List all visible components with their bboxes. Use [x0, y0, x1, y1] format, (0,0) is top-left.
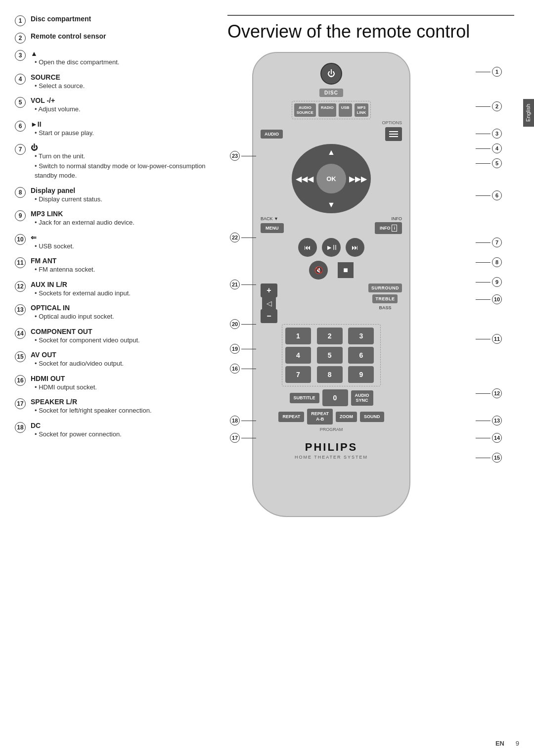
- item-row-12: 12AUX IN L/RSockets for external audio i…: [15, 281, 227, 298]
- vol-minus-button[interactable]: −: [261, 309, 277, 323]
- page-lang: EN: [495, 740, 504, 747]
- next-button[interactable]: ⏭: [346, 238, 364, 257]
- num-1[interactable]: 1: [285, 328, 311, 344]
- nav-right-button[interactable]: ▶▶▶: [349, 174, 367, 184]
- item-num-12: 12: [15, 281, 26, 292]
- callout-8: 8: [476, 257, 502, 267]
- item-num-18: 18: [15, 422, 26, 433]
- item-num-11: 11: [15, 257, 26, 268]
- stop-button[interactable]: ■: [338, 262, 354, 278]
- item-title-16: HDMI OUT: [31, 375, 97, 382]
- zoom-button[interactable]: ZOOM: [336, 412, 357, 422]
- nav-down-button[interactable]: ▼: [327, 200, 335, 209]
- prev-button[interactable]: ⏮: [298, 238, 317, 257]
- item-num-4: 4: [15, 74, 26, 85]
- item-row-8: 8Display panelDisplay current status.: [15, 187, 227, 204]
- num-4[interactable]: 4: [285, 347, 311, 364]
- item-title-4: SOURCE: [31, 73, 85, 81]
- item-num-16: 16: [15, 375, 26, 386]
- item-num-1: 1: [15, 15, 26, 26]
- item-num-8: 8: [15, 187, 26, 198]
- callout-20: 20: [230, 319, 256, 329]
- item-row-4: 4SOURCESelect a source.: [15, 73, 227, 91]
- item-num-17: 17: [15, 398, 26, 409]
- audio-button[interactable]: AUDIO: [261, 130, 283, 139]
- num-6[interactable]: 6: [348, 347, 374, 364]
- source-row: AUDIOSOURCE RADIO USB MP3LINK: [292, 101, 371, 119]
- num-3[interactable]: 3: [348, 328, 374, 344]
- items-list: 1Disc compartment2Remote control sensor3…: [15, 15, 227, 445]
- vol-control: + ◁ −: [261, 284, 277, 323]
- nav-up-button[interactable]: ▲: [327, 148, 335, 157]
- callout-10: 10: [476, 294, 502, 304]
- menu-icon-button[interactable]: [385, 127, 402, 141]
- info-button[interactable]: INFO i: [375, 222, 402, 234]
- item-row-2: 2Remote control sensor: [15, 32, 227, 44]
- item-row-14: 14COMPONENT OUTSocket for component vide…: [15, 328, 227, 345]
- philips-logo: PHILIPS: [295, 441, 368, 454]
- remote-diagram: ⏻ DISC AUDIOSOURCE RADIO USB MP3LINK OPT…: [227, 52, 504, 547]
- bass-label: BASS: [379, 305, 391, 310]
- callout-11: 11: [476, 334, 502, 344]
- vol-speaker-icon: ◁: [262, 297, 276, 309]
- callout-6: 6: [476, 190, 502, 200]
- nav-labels: BACK ▼ INFO: [261, 216, 402, 221]
- surr-treble: SURROUND TREBLE BASS: [368, 284, 402, 310]
- power-button[interactable]: ⏻: [320, 63, 342, 85]
- item-row-1: 1Disc compartment: [15, 15, 227, 26]
- callout-23: 23: [230, 151, 256, 161]
- usb-button[interactable]: USB: [339, 103, 352, 117]
- item-row-3: 3▲Open the disc compartment.: [15, 49, 227, 67]
- item-num-15: 15: [15, 351, 26, 362]
- callout-7: 7: [476, 237, 502, 247]
- mute-button[interactable]: 🔇: [309, 261, 328, 280]
- num-7[interactable]: 7: [285, 366, 311, 383]
- subtitle-button[interactable]: SUBTITLE: [290, 393, 319, 403]
- nav-left-button[interactable]: ◀◀◀: [296, 174, 313, 184]
- sidebar-language: English: [523, 99, 534, 127]
- callout-16: 16: [230, 364, 256, 374]
- radio-button[interactable]: RADIO: [318, 103, 336, 117]
- item-title-10: ⇐: [31, 234, 74, 241]
- item-title-18: DC: [31, 422, 122, 429]
- item-row-17: 17SPEAKER L/RSocket for left/right speak…: [15, 398, 227, 416]
- item-num-7: 7: [15, 144, 26, 155]
- play-pause-button[interactable]: ►II: [322, 238, 341, 257]
- callout-14: 14: [476, 433, 502, 443]
- options-label: OPTIONS: [382, 120, 402, 125]
- item-title-17: SPEAKER L/R: [31, 398, 152, 406]
- menu-button[interactable]: MENU: [261, 223, 284, 233]
- num-8[interactable]: 8: [317, 366, 343, 383]
- num-5[interactable]: 5: [317, 347, 343, 364]
- callout-5: 5: [476, 158, 502, 168]
- item-title-11: FM ANT: [31, 257, 95, 265]
- num-9[interactable]: 9: [348, 366, 374, 383]
- num-2[interactable]: 2: [317, 328, 343, 344]
- back-label: BACK ▼: [261, 216, 278, 221]
- item-title-12: AUX IN L/R: [31, 281, 131, 288]
- item-row-15: 15AV OUTSocket for audio/video output.: [15, 351, 227, 369]
- repeat-button[interactable]: REPEAT: [278, 412, 304, 422]
- audio-sync-button[interactable]: AUDIOSYNC: [351, 390, 373, 406]
- num-0[interactable]: 0: [322, 389, 348, 406]
- item-row-13: 13OPTICAL INOptical audio input socket.: [15, 304, 227, 322]
- callout-4: 4: [476, 143, 502, 153]
- item-title-5: VOL -/+: [31, 96, 81, 104]
- item-title-13: OPTICAL IN: [31, 304, 114, 312]
- numpad: 1 2 3 4 5 6 7 8 9: [282, 324, 381, 386]
- repeat-ab-button[interactable]: REPEATA-B: [307, 409, 333, 425]
- vol-plus-button[interactable]: +: [261, 284, 277, 297]
- mp3link-button[interactable]: MP3LINK: [355, 103, 369, 117]
- ok-button[interactable]: OK: [316, 164, 346, 193]
- item-num-10: 10: [15, 234, 26, 245]
- sound-button[interactable]: SOUND: [360, 412, 384, 422]
- treble-button[interactable]: TREBLE: [372, 294, 398, 303]
- callout-9: 9: [476, 277, 502, 287]
- product-label: HOME THEATER SYSTEM: [295, 455, 368, 460]
- item-title-15: AV OUT: [31, 351, 124, 359]
- callout-1: 1: [476, 67, 502, 77]
- audio-menu-row: AUDIO: [261, 127, 402, 141]
- surround-button[interactable]: SURROUND: [368, 284, 402, 292]
- item-num-14: 14: [15, 328, 26, 339]
- audio-source-button[interactable]: AUDIOSOURCE: [294, 103, 316, 117]
